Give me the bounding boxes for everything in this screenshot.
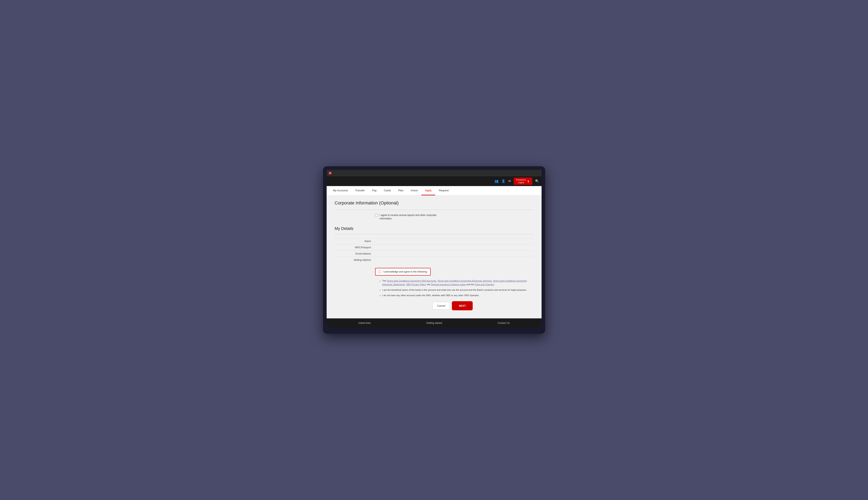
next-button[interactable]: NEXT	[453, 302, 472, 309]
terms-link-fees[interactable]: Fees and Charges	[475, 283, 494, 286]
acknowledge-section: I acknowledge and agree to the following…	[335, 268, 534, 275]
main-content: Corporate Information (Optional) I agree…	[327, 195, 541, 319]
nav-menu: My Accounts Transfer Pay Cards Plan Inve…	[327, 186, 541, 195]
terms-link-srs[interactable]: Terms and Conditions Governing SRS Accou…	[387, 280, 437, 282]
terms-link-deposit[interactable]: Deposit Insurance Scheme notice	[431, 283, 466, 286]
acknowledge-label[interactable]: I acknowledge and agree to the following…	[383, 270, 427, 273]
name-row: Name	[335, 238, 534, 244]
terms-item-2: I am the beneficial owner of the funds i…	[382, 288, 534, 292]
nric-label: NRIC/Passport	[335, 246, 375, 249]
nric-row: NRIC/Passport	[335, 244, 534, 250]
cancel-button[interactable]: Cancel	[433, 302, 450, 309]
nav-item-pay[interactable]: Pay	[368, 186, 380, 195]
nav-item-cards[interactable]: Cards	[380, 186, 395, 195]
corporate-checkbox[interactable]	[375, 214, 378, 217]
footer-getting-started[interactable]: Getting started	[426, 322, 442, 325]
terms-item-3: I do not have any other account under th…	[382, 294, 534, 297]
nav-item-apply[interactable]: Apply	[421, 186, 435, 195]
corporate-section: I agree to receive annual reports and ot…	[335, 214, 534, 220]
terms-link-electronic-services[interactable]: Terms and Conditions Governing Electroni…	[437, 280, 492, 282]
my-details-section: My Details Name NRIC/Passport Email Addr…	[335, 226, 534, 263]
terms-list: The Terms and Conditions Governing SRS A…	[335, 279, 534, 297]
laptop-frame: ✕ 👥 👤 ✉ Proceed to Logout ⮯ 🔍 My Account…	[323, 166, 545, 334]
mail-icon: ✉	[508, 179, 511, 183]
browser-bar: ✕	[327, 170, 541, 177]
footer-useful-links[interactable]: Useful links	[358, 322, 371, 325]
email-row: Email Address	[335, 250, 534, 257]
email-label: Email Address	[335, 252, 375, 255]
terms-link-privacy[interactable]: DBS Privacy Policy	[406, 283, 426, 286]
nav-item-transfer[interactable]: Transfer	[352, 186, 368, 195]
terms-item-1: The Terms and Conditions Governing SRS A…	[382, 279, 534, 286]
nav-item-plan[interactable]: Plan	[395, 186, 407, 195]
search-icon[interactable]: 🔍	[535, 179, 539, 183]
acknowledge-box: I acknowledge and agree to the following…	[375, 268, 431, 275]
close-icon[interactable]: ✕	[329, 172, 331, 174]
top-bar: 👥 👤 ✉ Proceed to Logout ⮯ 🔍	[327, 177, 541, 186]
nav-item-request[interactable]: Request	[435, 186, 452, 195]
people-icon: 👥	[494, 179, 499, 183]
my-details-title: My Details	[335, 226, 534, 231]
corporate-checkbox-label[interactable]: I agree to receive annual reports and ot…	[380, 214, 436, 220]
page-title: Corporate Information (Optional)	[335, 201, 534, 206]
logout-icon: ⮯	[527, 179, 530, 183]
mailing-label: Mailing Address	[335, 259, 375, 261]
action-buttons: Cancel NEXT	[335, 300, 534, 314]
footer-contact-us[interactable]: Contact Us	[498, 322, 510, 325]
corporate-checkbox-row: I agree to receive annual reports and ot…	[335, 214, 534, 220]
mailing-row: Mailing Address	[335, 257, 534, 263]
acknowledge-checkbox[interactable]	[378, 271, 381, 273]
name-label: Name	[335, 240, 375, 243]
nav-item-my-accounts[interactable]: My Accounts	[330, 186, 352, 195]
laptop-screen: ✕ 👥 👤 ✉ Proceed to Logout ⮯ 🔍 My Account…	[327, 170, 541, 328]
footer: Useful links Getting started Contact Us	[327, 318, 541, 328]
proceed-logout-button[interactable]: Proceed to Logout ⮯	[514, 178, 532, 185]
user-icon: 👤	[501, 179, 505, 183]
nav-item-invest[interactable]: Invest	[407, 186, 421, 195]
